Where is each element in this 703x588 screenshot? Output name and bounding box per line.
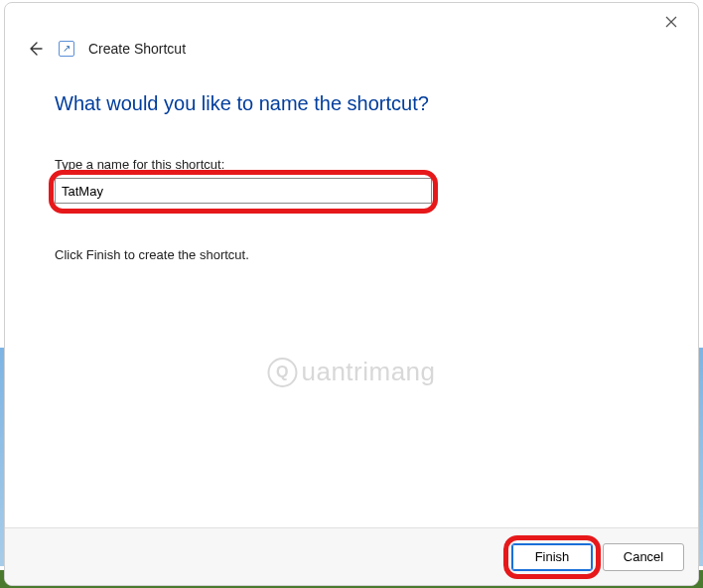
- finish-button[interactable]: Finish: [511, 543, 593, 571]
- content-area: What would you like to name the shortcut…: [5, 69, 698, 527]
- titlebar: [5, 3, 698, 39]
- watermark-text: uantrimang: [301, 357, 435, 387]
- watermark-icon: Q: [267, 358, 297, 387]
- dialog-title: Create Shortcut: [88, 41, 186, 57]
- create-shortcut-dialog: ↗ Create Shortcut What would you like to…: [4, 2, 699, 586]
- instruction-text: Click Finish to create the shortcut.: [55, 247, 648, 262]
- back-button[interactable]: [25, 39, 45, 59]
- finish-button-wrap: Finish: [511, 543, 593, 571]
- dialog-footer: Finish Cancel: [5, 527, 698, 585]
- watermark: Q uantrimang: [267, 357, 435, 387]
- back-arrow-icon: [27, 41, 43, 57]
- name-field-label: Type a name for this shortcut:: [55, 157, 648, 172]
- shortcut-icon: ↗: [59, 41, 74, 57]
- shortcut-name-input[interactable]: [55, 178, 432, 204]
- close-icon: [665, 16, 677, 28]
- page-heading: What would you like to name the shortcut…: [55, 92, 648, 115]
- header-row: ↗ Create Shortcut: [5, 39, 698, 69]
- close-button[interactable]: [648, 7, 694, 37]
- name-input-wrap: [55, 178, 432, 204]
- cancel-button[interactable]: Cancel: [603, 543, 684, 571]
